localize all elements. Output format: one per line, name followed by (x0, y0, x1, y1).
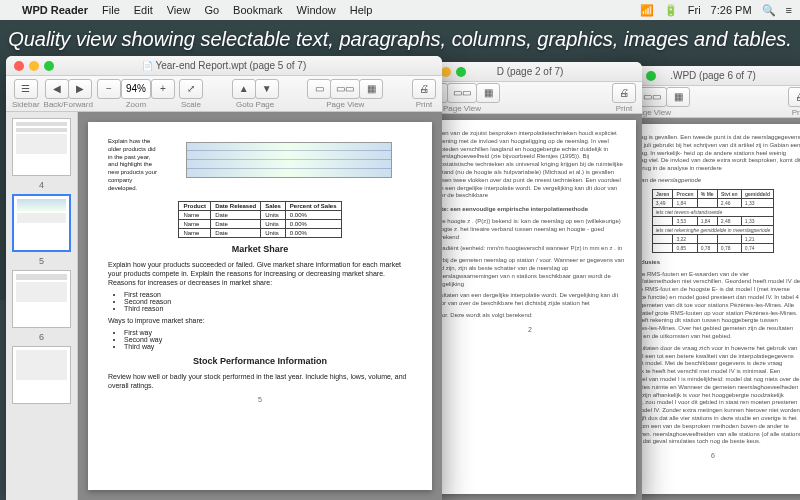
thumbnail-sidebar[interactable]: 4 5 6 (6, 112, 78, 500)
body-text[interactable]: it dat de RMS-fouten en E-waarden van de… (624, 271, 800, 341)
thumb-number: 4 (12, 180, 71, 190)
scale-label: Scale (181, 100, 201, 109)
wifi-icon[interactable]: 📶 (640, 4, 654, 17)
body-text[interactable]: p de hoogte z . (P(z)) bekend is: kan de… (434, 218, 626, 241)
back-button[interactable]: ◀ (45, 79, 69, 99)
body-text[interactable]: neerslag is gevallen. Een tweede punt is… (624, 134, 800, 173)
battery-icon[interactable]: 🔋 (664, 4, 678, 17)
body-text[interactable]: Explain how the older products did in th… (108, 138, 158, 193)
scale-button[interactable]: ⤢ (179, 79, 203, 99)
menu-bookmark[interactable]: Bookmark (233, 4, 283, 16)
zoom-icon[interactable] (456, 67, 466, 77)
heading-stock[interactable]: Stock Performance Information (108, 356, 412, 366)
mac-menubar: WPD Reader File Edit View Go Bookmark Wi… (0, 0, 800, 20)
page-number: 2 (434, 326, 626, 333)
spotlight-icon[interactable]: 🔍 (762, 4, 776, 17)
page-thumbnail[interactable] (12, 118, 71, 176)
zoom-in-button[interactable]: + (151, 79, 175, 99)
thumb-number: 5 (12, 256, 71, 266)
notification-icon[interactable]: ≡ (786, 4, 792, 16)
ways-list[interactable]: First way Second way Third way (124, 329, 412, 350)
heading[interactable]: e conclusies (624, 259, 800, 267)
zoom-label: Zoom (126, 100, 146, 109)
document-page-2[interactable]: Geen van de zojuist besproken interpolat… (424, 120, 636, 494)
table-caption[interactable]: Note van de neerslagperiode (624, 177, 800, 185)
page-thumbnail-current[interactable] (12, 194, 71, 252)
print-label: Print (792, 108, 800, 117)
goto-prev-button[interactable]: ▲ (232, 79, 256, 99)
menu-help[interactable]: Help (350, 4, 373, 16)
body-text[interactable]: actor. Deze wordt als volgt berekend: (434, 312, 626, 320)
body-text[interactable]: an resultaten door de vraag zich voor in… (624, 345, 800, 446)
print-label: Print (416, 100, 432, 109)
sidebar-button[interactable]: ☰ (14, 79, 38, 99)
menu-go[interactable]: Go (204, 4, 219, 16)
pageview-btn[interactable]: ▦ (359, 79, 383, 99)
sidebar-label: Sidebar (12, 100, 40, 109)
pageview-btn[interactable]: ▭▭ (447, 83, 477, 103)
minimize-icon[interactable] (29, 61, 39, 71)
pageview-label: Page View (443, 104, 481, 113)
body-text[interactable]: derbij de gemeten neerslag op station / … (434, 257, 626, 288)
close-icon[interactable] (14, 61, 24, 71)
window-title: .WPD (page 6 of 7) (656, 70, 800, 81)
pageview-btn[interactable]: ▭▭ (330, 79, 360, 99)
menu-file[interactable]: File (102, 4, 120, 16)
body-text[interactable]: sgradiënt (eenheid: mm/m hoogteverschil … (434, 245, 626, 253)
heading-market-share[interactable]: Market Share (108, 244, 412, 254)
products-table[interactable]: ProductDate ReleasedSalesPercent of Sale… (178, 201, 341, 238)
titlebar[interactable]: 📄 Year-end Report.wpt (page 5 of 7) (6, 56, 442, 76)
zoom-value[interactable]: 94% (121, 79, 151, 99)
document-page-5[interactable]: Explain how the older products did in th… (88, 122, 432, 490)
window-main[interactable]: 📄 Year-end Report.wpt (page 5 of 7) ☰Sid… (6, 56, 442, 500)
print-button[interactable]: 🖨 (612, 83, 636, 103)
reasons-list[interactable]: First reason Second reason Third reason (124, 291, 412, 312)
menu-window[interactable]: Window (297, 4, 336, 16)
thumb-number: 6 (12, 332, 71, 342)
page-number: 5 (108, 396, 412, 403)
clock-day: Fri (688, 4, 701, 16)
data-table[interactable]: JarenProcen% MeStvt engemiddeld 3,491,84… (652, 189, 775, 253)
heading[interactable]: ogte: een eenvoudige empirische interpol… (434, 206, 626, 214)
goto-next-button[interactable]: ▼ (255, 79, 279, 99)
chart-graphic[interactable] (186, 142, 392, 178)
page-thumbnail[interactable] (12, 270, 71, 328)
page-number: 6 (624, 452, 800, 459)
print-label: Print (616, 104, 632, 113)
toolbar: ▭▭▭▦Page View 🖨Print (418, 82, 642, 114)
forward-button[interactable]: ▶ (68, 79, 92, 99)
window-title: 📄 Year-end Report.wpt (page 5 of 7) (54, 60, 434, 71)
zoom-icon[interactable] (646, 71, 656, 81)
page-thumbnail[interactable] (12, 346, 71, 404)
banner-text: Quality view showing selectable text, pa… (0, 28, 800, 51)
goto-label: Goto Page (236, 100, 274, 109)
window-title: D (page 2 of 7) (466, 66, 634, 77)
pageview-btn[interactable]: ▦ (476, 83, 500, 103)
body-text[interactable]: esultaten van een dergelijke interpolati… (434, 292, 626, 308)
pageview-btn[interactable]: ▭ (307, 79, 331, 99)
zoom-icon[interactable] (44, 61, 54, 71)
clock-time: 7:26 PM (711, 4, 752, 16)
minimize-icon[interactable] (441, 67, 451, 77)
pageview-label: Page View (326, 100, 364, 109)
zoom-out-button[interactable]: − (97, 79, 121, 99)
pageview-btn[interactable]: ▦ (666, 87, 690, 107)
window-page2[interactable]: D (page 2 of 7) ▭▭▭▦Page View 🖨Print Gee… (418, 62, 642, 500)
backforward-label: Back/Forward (44, 100, 93, 109)
body-text[interactable]: Ways to improve market share: (108, 316, 412, 325)
print-button[interactable]: 🖨 (788, 87, 800, 107)
body-text[interactable]: Review how well or badly your stock perf… (108, 372, 412, 390)
titlebar[interactable]: D (page 2 of 7) (418, 62, 642, 82)
body-text[interactable]: Geen van de zojuist besproken interpolat… (434, 130, 626, 200)
body-text[interactable]: Explain how your products succeeded or f… (108, 260, 412, 287)
print-button[interactable]: 🖨 (412, 79, 436, 99)
toolbar: ☰Sidebar ◀▶Back/Forward −94%+Zoom ⤢Scale… (6, 76, 442, 112)
menu-edit[interactable]: Edit (134, 4, 153, 16)
menu-app[interactable]: WPD Reader (22, 4, 88, 16)
menu-view[interactable]: View (167, 4, 191, 16)
